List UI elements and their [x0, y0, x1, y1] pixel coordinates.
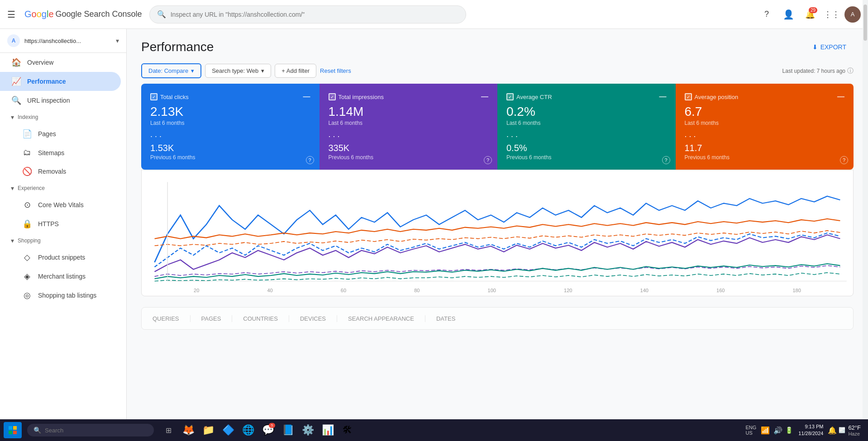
average-position-value: 6.7 [685, 104, 845, 119]
search-type-filter-button[interactable]: Search type: Web ▾ [205, 64, 271, 78]
add-filter-button[interactable]: + Add filter [275, 64, 316, 78]
firefox-icon[interactable]: 🦊 [179, 421, 197, 439]
total-clicks-help[interactable]: ? [306, 156, 314, 164]
sidebar-item-removals[interactable]: 🚫 Removals [0, 162, 121, 181]
dropdown-arrow-icon: ▾ [116, 37, 119, 44]
sidebar-item-https[interactable]: 🔒 HTTPS [0, 214, 121, 233]
hamburger-menu-icon[interactable]: ☰ [7, 9, 15, 20]
folder-icon[interactable]: 📁 [199, 421, 217, 439]
volume-icon[interactable]: 🔊 [773, 426, 782, 435]
removals-icon: 🚫 [22, 166, 33, 176]
sidebar-item-product-snippets[interactable]: ◇ Product snippets [0, 248, 121, 267]
export-button[interactable]: ⬇ EXPORT [805, 40, 854, 54]
metric-checkbox-impressions[interactable]: ✓ [329, 93, 336, 100]
metric-card-average-position: ✓ Average position — 6.7 Last 6 months ·… [676, 84, 854, 170]
svg-rect-3 [13, 426, 17, 430]
filters-row: Date: Compare ▾ Search type: Web ▾ + Add… [141, 63, 854, 78]
excel-icon[interactable]: 📊 [319, 421, 337, 439]
total-impressions-more[interactable]: · · · [329, 132, 489, 141]
start-button[interactable] [4, 422, 22, 438]
product-snippets-label: Product snippets [38, 254, 85, 261]
scrollbar-thumb[interactable] [863, 29, 867, 41]
metric-card-average-ctr: ✓ Average CTR — 0.2% Last 6 months · · ·… [497, 84, 676, 170]
facebook-icon[interactable]: 📘 [279, 421, 297, 439]
sidebar-item-sitemaps[interactable]: 🗂 Sitemaps [0, 143, 121, 162]
taskbar-search-box[interactable]: 🔍 [27, 424, 154, 436]
sidebar-item-performance[interactable]: 📈 Performance [0, 72, 121, 91]
core-web-vitals-label: Core Web Vitals [38, 201, 84, 209]
removals-label: Removals [38, 168, 66, 175]
sidebar-item-overview[interactable]: 🏠 Overview [0, 53, 121, 72]
average-position-label: Average position [695, 94, 739, 100]
scrollbar[interactable] [863, 29, 868, 419]
indexing-label: Indexing [18, 114, 38, 120]
total-impressions-minus[interactable]: — [481, 93, 488, 101]
pages-label: Pages [38, 130, 56, 138]
svg-rect-2 [9, 426, 12, 430]
total-clicks-more[interactable]: · · · [150, 132, 310, 141]
clock[interactable]: 9:13 PM 11/28/2024 [798, 423, 823, 437]
product-snippets-icon: ◇ [22, 252, 33, 262]
chevron-down-icon: ▾ [11, 114, 14, 121]
total-clicks-prev-value: 1.53K [150, 143, 310, 153]
average-position-period: Last 6 months [685, 120, 845, 126]
trending-up-icon: 📈 [11, 76, 22, 86]
taskbar-search-icon: 🔍 [33, 427, 41, 434]
url-inspect-search-bar[interactable]: 🔍 [149, 5, 466, 24]
average-ctr-more[interactable]: · · · [506, 132, 667, 141]
metric-card-total-impressions: ✓ Total impressions — 1.14M Last 6 month… [320, 84, 498, 170]
average-position-more[interactable]: · · · [685, 132, 845, 141]
metric-checkbox-ctr[interactable]: ✓ [506, 93, 514, 100]
app-icon-extra[interactable]: 🛠 [339, 421, 357, 439]
average-position-help[interactable]: ? [840, 156, 848, 164]
edge-icon[interactable]: 🔷 [219, 421, 237, 439]
temperature: 62°F [848, 424, 861, 431]
average-ctr-help[interactable]: ? [662, 156, 670, 164]
total-impressions-label: Total impressions [339, 94, 384, 100]
system-tray: ENG US 📶 🔊 🔋 9:13 PM 11/28/2024 🔔 [745, 423, 837, 437]
sidebar: A https://anshcollectio... ▾ 🏠 Overview … [0, 29, 127, 419]
url-inspect-input[interactable] [171, 11, 458, 18]
chevron-down-icon: ▾ [261, 67, 264, 74]
chevron-down-icon: ▾ [191, 67, 194, 74]
sidebar-item-core-web-vitals[interactable]: ⊙ Core Web Vitals [0, 195, 121, 214]
date-filter-button[interactable]: Date: Compare ▾ [141, 63, 201, 78]
sidebar-item-merchant-listings[interactable]: ◈ Merchant listings [0, 267, 121, 286]
account-management-button[interactable]: 👤 [779, 5, 797, 24]
app-name: Google Search Console [56, 9, 142, 19]
battery-icon[interactable]: 🔋 [785, 427, 793, 434]
total-impressions-help[interactable]: ? [484, 156, 492, 164]
weather-icon: 🌫️ [839, 427, 845, 433]
property-selector[interactable]: A https://anshcollectio... ▾ [0, 29, 126, 53]
taskbar-search-input[interactable] [45, 427, 148, 434]
sitemaps-label: Sitemaps [38, 149, 64, 156]
indexing-section-header[interactable]: ▾ Indexing [0, 110, 126, 124]
metric-checkbox-position[interactable]: ✓ [685, 93, 692, 100]
total-clicks-minus[interactable]: — [303, 93, 310, 101]
experience-label: Experience [18, 185, 45, 191]
whatsapp-icon[interactable]: 💬 5 [259, 421, 277, 439]
user-avatar[interactable]: A [844, 6, 861, 23]
experience-section-header[interactable]: ▾ Experience [0, 181, 126, 195]
wifi-icon[interactable]: 📶 [761, 426, 770, 435]
last-updated-text: Last updated: 7 hours ago ⓘ [782, 67, 854, 75]
task-view-button[interactable]: ⊞ [159, 421, 177, 439]
notifications-button[interactable]: 🔔 29 [801, 5, 819, 24]
sidebar-item-shopping-tab[interactable]: ◎ Shopping tab listings [0, 286, 121, 305]
chrome-icon[interactable]: 🌐 [239, 421, 257, 439]
reset-filters-button[interactable]: Reset filters [320, 67, 351, 74]
total-clicks-label: Total clicks [160, 94, 189, 100]
average-position-minus[interactable]: — [837, 93, 844, 101]
info-icon: ⓘ [847, 67, 854, 75]
help-button[interactable]: ? [758, 5, 776, 24]
sidebar-item-url-inspection[interactable]: 🔍 URL inspection [0, 91, 121, 110]
settings-icon[interactable]: ⚙️ [299, 421, 317, 439]
apps-button[interactable]: ⋮⋮ [823, 5, 841, 24]
metric-checkbox-clicks[interactable]: ✓ [150, 93, 157, 100]
shopping-section-header[interactable]: ▾ Shopping [0, 233, 126, 248]
weather-condition: Haze [848, 431, 861, 436]
notification-center-icon[interactable]: 🔔 [828, 426, 837, 435]
sidebar-item-pages[interactable]: 📄 Pages [0, 124, 121, 143]
average-ctr-minus[interactable]: — [659, 93, 667, 101]
page-title: Performance [141, 40, 214, 54]
